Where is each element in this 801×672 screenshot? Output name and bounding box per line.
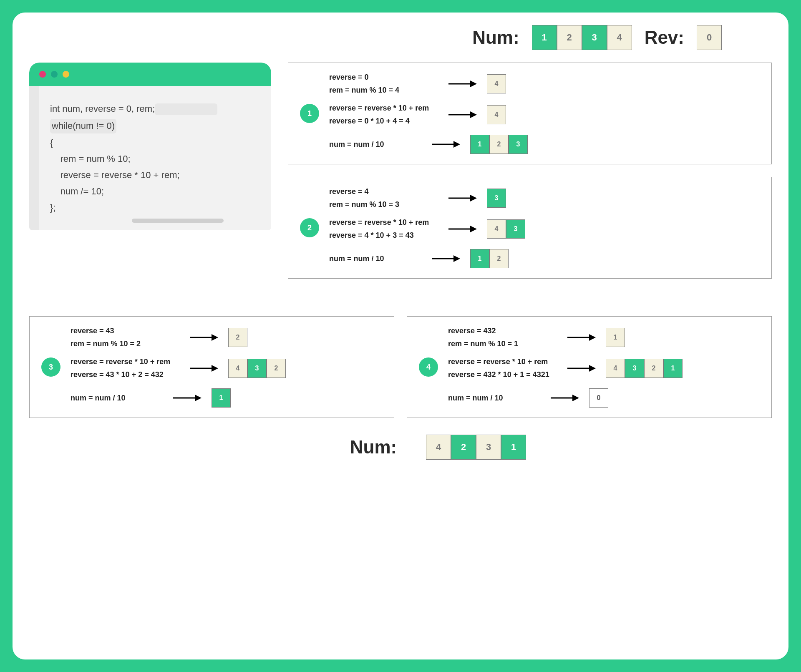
- step-text: reverse = reverse * 10 + rem: [329, 218, 438, 227]
- code-line: int num, reverse = 0, rem;: [50, 103, 155, 114]
- digit-cell: 4: [487, 105, 506, 124]
- arrow-right-icon: [431, 254, 460, 263]
- digit-cell: 3: [582, 25, 607, 50]
- digit-cell: 1: [663, 359, 683, 378]
- rem-digits: 2: [228, 328, 247, 347]
- digit-cell: 2: [228, 328, 247, 347]
- footer-digits: 4231: [426, 435, 526, 460]
- step-text: reverse = 43: [71, 327, 179, 335]
- window-titlebar: [29, 63, 271, 86]
- num-result-digits: 12: [470, 249, 509, 268]
- reverse-digits: 4: [487, 105, 506, 124]
- code-line: num /= 10;: [50, 185, 254, 198]
- window-close-icon: [39, 71, 46, 78]
- step-text: num = num / 10: [71, 394, 162, 403]
- digit-cell: 4: [426, 435, 451, 460]
- header-row: Num: 1234 Rev: 0: [29, 25, 772, 50]
- step-text: reverse = 0: [329, 73, 438, 82]
- arrow-right-icon: [448, 194, 477, 202]
- svg-marker-1: [470, 81, 477, 87]
- code-line: reverse = reverse * 10 + rem;: [50, 169, 254, 182]
- step-text: reverse = 432 * 10 + 1 = 4321: [448, 370, 557, 379]
- step-text: rem = num % 10 = 3: [329, 200, 438, 209]
- step-text: num = num / 10: [329, 140, 421, 149]
- svg-marker-3: [470, 111, 477, 118]
- step-badge: 2: [300, 218, 319, 237]
- code-line: while(num != 0): [50, 119, 116, 133]
- step-card-3: 3reverse = 43rem = num % 10 = 22reverse …: [29, 316, 394, 418]
- digit-cell: 3: [509, 135, 528, 154]
- num-label: Num:: [472, 27, 519, 48]
- rev-label: Rev:: [645, 27, 684, 48]
- svg-marker-13: [212, 334, 218, 341]
- rem-digits: 1: [606, 328, 625, 347]
- digit-cell: 1: [532, 25, 557, 50]
- digit-cell: 1: [606, 328, 625, 347]
- rem-digits: 3: [487, 189, 506, 208]
- footer-num-label: Num:: [350, 437, 397, 458]
- svg-marker-9: [470, 226, 477, 232]
- svg-marker-7: [470, 195, 477, 201]
- code-gutter: [29, 86, 39, 230]
- arrow-right-icon: [448, 80, 477, 88]
- digit-cell: 4: [607, 25, 632, 50]
- code-window: int num, reverse = 0, rem; while(num != …: [29, 63, 271, 230]
- svg-marker-11: [453, 255, 460, 262]
- digit-cell: 4: [487, 219, 506, 239]
- step-badge: 4: [419, 357, 438, 377]
- window-maximize-icon: [63, 71, 69, 78]
- digit-cell: 3: [487, 189, 506, 208]
- digit-cell: 3: [476, 435, 501, 460]
- scrollbar-horizontal: [132, 219, 224, 223]
- step-badge: 3: [41, 357, 60, 377]
- num-result-digits: 0: [589, 388, 608, 408]
- step-card-2: 2reverse = 4rem = num % 10 = 33reverse =…: [288, 177, 772, 279]
- reverse-digits: 4321: [606, 359, 683, 378]
- step-text: reverse = 4 * 10 + 3 = 43: [329, 231, 438, 240]
- arrow-right-icon: [431, 140, 460, 148]
- digit-cell: 0: [697, 25, 722, 50]
- svg-marker-23: [572, 395, 579, 401]
- step-text: reverse = 4: [329, 187, 438, 196]
- digit-cell: 2: [451, 435, 476, 460]
- rev-digits: 0: [697, 25, 722, 50]
- svg-marker-19: [589, 334, 596, 341]
- code-line: {: [50, 137, 254, 150]
- digit-cell: 4: [606, 359, 625, 378]
- arrow-right-icon: [567, 364, 596, 372]
- footer-row: Num: 4231: [29, 435, 772, 460]
- digit-cell: 4: [487, 74, 506, 93]
- digit-cell: 2: [489, 135, 509, 154]
- num-digits: 1234: [532, 25, 632, 50]
- reverse-digits: 43: [487, 219, 525, 239]
- svg-marker-5: [453, 141, 460, 148]
- digit-cell: 4: [228, 359, 247, 378]
- digit-cell: 2: [267, 359, 286, 378]
- step-badge: 1: [300, 104, 319, 123]
- arrow-right-icon: [448, 111, 477, 119]
- digit-cell: 1: [470, 249, 489, 268]
- digit-cell: 2: [644, 359, 663, 378]
- step-text: reverse = reverse * 10 + rem: [448, 357, 557, 366]
- digit-cell: 2: [489, 249, 509, 268]
- code-content: int num, reverse = 0, rem; while(num != …: [50, 103, 254, 214]
- digit-cell: 3: [625, 359, 644, 378]
- num-result-digits: 1: [212, 388, 231, 408]
- step-text: num = num / 10: [448, 394, 540, 403]
- step-text: reverse = 432: [448, 327, 557, 335]
- digit-cell: 1: [470, 135, 489, 154]
- step-text: reverse = reverse * 10 + rem: [71, 357, 179, 366]
- arrow-right-icon: [567, 333, 596, 342]
- step-text: rem = num % 10 = 4: [329, 86, 438, 95]
- step-text: num = num / 10: [329, 254, 421, 263]
- code-line: };: [50, 201, 254, 214]
- digit-cell: 1: [501, 435, 526, 460]
- step-text: reverse = 43 * 10 + 2 = 432: [71, 370, 179, 379]
- svg-marker-15: [212, 365, 218, 372]
- arrow-right-icon: [550, 394, 579, 402]
- digit-cell: 2: [557, 25, 582, 50]
- step-text: reverse = reverse * 10 + rem: [329, 104, 438, 113]
- step-card-1: 1reverse = 0rem = num % 10 = 44reverse =…: [288, 63, 772, 164]
- svg-marker-21: [589, 365, 596, 372]
- arrow-right-icon: [172, 394, 202, 402]
